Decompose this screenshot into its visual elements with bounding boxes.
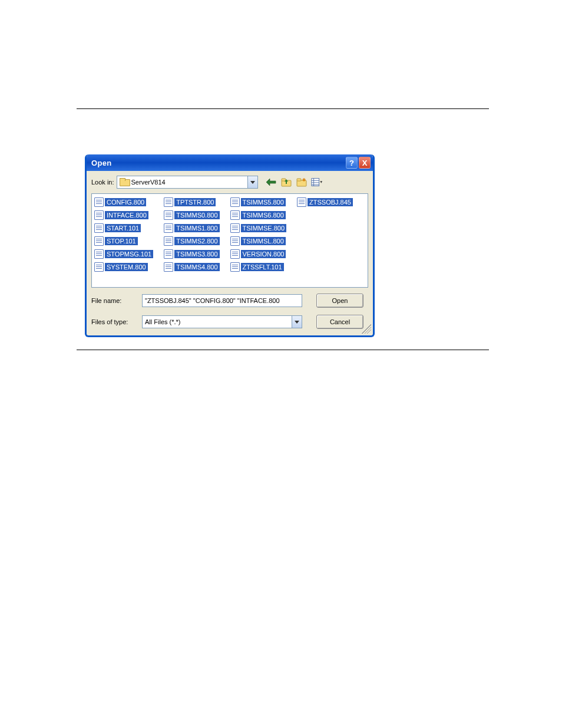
svg-rect-1 bbox=[282, 179, 286, 181]
file-icon bbox=[297, 197, 306, 207]
file-icon bbox=[94, 210, 104, 220]
resize-grip[interactable] bbox=[362, 324, 371, 334]
file-icon bbox=[94, 249, 104, 259]
open-button[interactable]: Open bbox=[316, 294, 363, 308]
new-folder-button[interactable] bbox=[296, 176, 308, 188]
file-label: ZTSSOBJ.845 bbox=[308, 198, 353, 206]
file-label: TSIMMS6.800 bbox=[241, 211, 286, 219]
file-label: START.101 bbox=[105, 224, 141, 232]
file-label: SYSTEM.800 bbox=[105, 263, 148, 271]
folder-icon bbox=[120, 178, 129, 186]
lookin-toolbar: Look in: ServerV814 bbox=[87, 171, 373, 193]
arrow-left-icon bbox=[266, 178, 276, 186]
file-item[interactable]: STOP.101 bbox=[94, 235, 153, 247]
file-icon bbox=[230, 210, 240, 220]
file-item[interactable]: TSIMMS2.800 bbox=[164, 235, 219, 247]
file-column: TPTSTR.800 TSIMMS0.800 TSIMMS1.800 TSIMM… bbox=[164, 196, 219, 273]
file-icon bbox=[164, 249, 173, 259]
file-label: VERSION.800 bbox=[241, 250, 286, 258]
file-column: ZTSSOBJ.845 bbox=[297, 196, 353, 273]
file-icon bbox=[164, 236, 173, 246]
lookin-label: Look in: bbox=[91, 179, 114, 186]
file-label: STOPMSG.101 bbox=[105, 250, 153, 258]
svg-rect-3 bbox=[297, 179, 301, 181]
close-button[interactable]: X bbox=[359, 157, 371, 169]
file-item[interactable]: TSIMMSL.800 bbox=[230, 235, 287, 247]
file-item[interactable]: TSIMMSE.800 bbox=[230, 222, 287, 234]
divider-top bbox=[77, 108, 489, 109]
new-folder-icon bbox=[296, 177, 307, 187]
file-label: CONFIG.800 bbox=[105, 198, 146, 206]
file-item[interactable]: VERSION.800 bbox=[230, 248, 287, 260]
file-item[interactable]: TSIMMS1.800 bbox=[164, 222, 219, 234]
file-icon bbox=[94, 236, 104, 246]
lookin-dropdown-button[interactable] bbox=[247, 176, 257, 188]
file-item[interactable]: TSIMMS5.800 bbox=[230, 196, 287, 208]
file-icon bbox=[164, 262, 173, 272]
file-item[interactable]: TSIMMS3.800 bbox=[164, 248, 219, 260]
chevron-down-icon bbox=[250, 181, 255, 184]
divider-bottom bbox=[77, 350, 489, 350]
file-item[interactable]: INTFACE.800 bbox=[94, 209, 153, 221]
dialog-title: Open bbox=[91, 159, 111, 167]
file-label: TSIMMS3.800 bbox=[174, 250, 219, 258]
file-label: STOP.101 bbox=[105, 237, 138, 245]
filetype-value: All Files (*.*) bbox=[145, 318, 181, 325]
filetype-dropdown-button[interactable] bbox=[292, 316, 302, 328]
file-label: ZTSSFLT.101 bbox=[241, 263, 284, 271]
file-icon bbox=[164, 223, 173, 233]
file-item[interactable]: ZTSSOBJ.845 bbox=[297, 196, 353, 208]
up-one-level-button[interactable] bbox=[280, 176, 292, 188]
file-label: TPTSTR.800 bbox=[174, 198, 216, 206]
file-column: TSIMMS5.800 TSIMMS6.800 TSIMMSE.800 TSIM… bbox=[230, 196, 287, 273]
lookin-select[interactable]: ServerV814 bbox=[117, 176, 258, 189]
file-label: TSIMMSE.800 bbox=[241, 224, 287, 232]
file-column: CONFIG.800 INTFACE.800 START.101 STOP.10… bbox=[94, 196, 153, 273]
file-item[interactable]: TPTSTR.800 bbox=[164, 196, 219, 208]
file-label: TSIMMSL.800 bbox=[241, 237, 286, 245]
help-button[interactable]: ? bbox=[346, 157, 358, 169]
file-icon bbox=[230, 223, 240, 233]
cancel-button[interactable]: Cancel bbox=[316, 315, 363, 329]
filename-label: File name: bbox=[91, 297, 136, 304]
file-label: TSIMMS0.800 bbox=[174, 211, 219, 219]
lookin-value: ServerV814 bbox=[131, 179, 166, 186]
file-icon bbox=[164, 197, 173, 207]
filetype-select[interactable]: All Files (*.*) bbox=[142, 315, 302, 328]
file-icon bbox=[94, 197, 104, 207]
file-label: TSIMMS4.800 bbox=[174, 263, 219, 271]
file-item[interactable]: START.101 bbox=[94, 222, 153, 234]
file-icon bbox=[230, 197, 240, 207]
open-dialog: Open ? X Look in: ServerV814 bbox=[85, 154, 375, 337]
file-item[interactable]: ZTSSFLT.101 bbox=[230, 261, 287, 273]
file-item[interactable]: CONFIG.800 bbox=[94, 196, 153, 208]
filename-input[interactable] bbox=[142, 294, 302, 307]
views-icon bbox=[311, 177, 323, 187]
back-button[interactable] bbox=[265, 176, 277, 188]
file-item[interactable]: TSIMMS6.800 bbox=[230, 209, 287, 221]
file-label: TSIMMS5.800 bbox=[241, 198, 286, 206]
file-label: TSIMMS1.800 bbox=[174, 224, 219, 232]
file-item[interactable]: STOPMSG.101 bbox=[94, 248, 153, 260]
file-item[interactable]: TSIMMS4.800 bbox=[164, 261, 219, 273]
file-icon bbox=[230, 262, 240, 272]
file-list[interactable]: CONFIG.800 INTFACE.800 START.101 STOP.10… bbox=[91, 193, 368, 288]
file-item[interactable]: TSIMMS0.800 bbox=[164, 209, 219, 221]
file-label: TSIMMS2.800 bbox=[174, 237, 219, 245]
file-icon bbox=[230, 249, 240, 259]
chevron-down-icon bbox=[295, 321, 299, 324]
file-item[interactable]: SYSTEM.800 bbox=[94, 261, 153, 273]
views-button[interactable] bbox=[311, 176, 323, 188]
up-folder-icon bbox=[281, 177, 292, 187]
titlebar: Open ? X bbox=[87, 154, 373, 171]
file-label: INTFACE.800 bbox=[105, 211, 148, 219]
filetype-label: Files of type: bbox=[91, 318, 136, 325]
file-icon bbox=[230, 236, 240, 246]
file-icon bbox=[94, 223, 104, 233]
file-icon bbox=[164, 210, 173, 220]
file-icon bbox=[94, 262, 104, 272]
